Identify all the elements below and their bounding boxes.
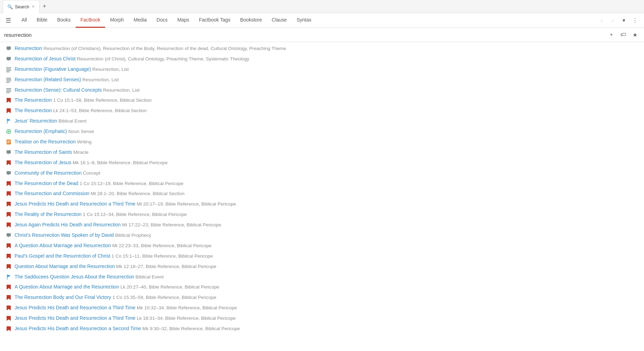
svg-rect-5 [6,79,11,80]
result-title[interactable]: The Resurrection and Commission [15,191,90,196]
result-title[interactable]: Resurrection (Related Senses) [15,77,81,82]
result-title[interactable]: Treatise on the Resurrection [15,139,76,144]
result-title[interactable]: A Question About Marriage and the Resurr… [15,284,119,290]
list-item[interactable]: A Question About Marriage and Resurrecti… [0,241,644,251]
list-item[interactable]: Resurrection Resurrection (of Christians… [0,43,644,54]
nav-tab-factbook-tags[interactable]: Factbook Tags [194,13,235,28]
list-item[interactable]: The Resurrection Lk 24:1–53, Bible Refer… [0,106,644,116]
svg-rect-2 [6,70,11,71]
svg-rect-19 [7,143,9,143]
forward-button[interactable]: › [608,16,618,25]
list-item[interactable]: Resurrection of Jesus Christ Resurrectio… [0,54,644,64]
nav-tab-bible[interactable]: Bible [32,13,52,28]
dropdown-button[interactable]: ▾ [619,16,629,25]
list-item[interactable]: Question About Marriage and the Resurrec… [0,261,644,272]
nav-tab-maps[interactable]: Maps [172,13,194,28]
result-title[interactable]: Jesus Again Predicts His Death and Resur… [15,222,121,227]
nav-tab-factbook[interactable]: Factbook [76,13,105,28]
svg-rect-6 [6,81,11,81]
nav-tab-morph[interactable]: Morph [105,13,129,28]
svg-rect-3 [6,72,10,72]
result-title[interactable]: Community of the Resurrection [15,170,82,176]
list-item[interactable]: The Resurrection and Commission Mt 28:1–… [0,189,644,199]
result-title[interactable]: Resurrection of Jesus Christ [15,56,76,61]
add-search-button[interactable]: + [607,30,616,40]
svg-marker-21 [8,275,11,277]
result-title[interactable]: Resurrection (Figurative Language) [15,66,91,72]
list-item[interactable]: Jesus Predicts His Death and Resurrectio… [0,313,644,324]
list-icon [6,77,12,83]
list-item[interactable]: Treatise on the Resurrection Writing [0,137,644,147]
list-item[interactable]: The Resurrection of Jesus Mk 16:1–8, Bib… [0,158,644,168]
result-title[interactable]: The Resurrection of Jesus [15,160,71,165]
list-item[interactable]: Jesus Predicts His Death and Resurrectio… [0,324,644,334]
result-title[interactable]: Question About Marriage and the Resurrec… [15,264,115,269]
result-title[interactable]: The Resurrection [15,97,52,103]
list-item[interactable]: Resurrection (Emphatic) Noun Sense [0,126,644,137]
result-title[interactable]: The Resurrection [15,108,52,113]
list-item[interactable]: Resurrection (Figurative Language) Resur… [0,64,644,75]
list-item[interactable]: Resurrection (Related Senses) Resurrecti… [0,75,644,85]
list-item[interactable]: Paul's Gospel and the Resurrection of Ch… [0,251,644,261]
result-title[interactable]: The Sadducees Question Jesus About the R… [15,274,134,279]
result-title[interactable]: Resurrection (Sense): Cultural Concepts [15,87,102,93]
result-title[interactable]: Jesus Predicts His Death and Resurrectio… [15,201,135,207]
list-item[interactable]: Jesus Predicts His Death and Resurrectio… [0,303,644,313]
search-input[interactable] [4,32,607,38]
star-button[interactable]: ★ [630,30,640,40]
tab-label: Search [15,4,29,9]
list-item[interactable]: Resurrection (Sense): Cultural Concepts … [0,85,644,95]
more-options-button[interactable]: ⋮ [630,16,640,25]
result-title[interactable]: The Resurrection of Saints [15,149,72,155]
tab-close-button[interactable]: × [31,3,35,10]
tag-button[interactable]: 🏷 [618,30,628,40]
result-meta: Writing [76,139,92,144]
result-title[interactable]: Jesus Predicts His Death and Resurrectio… [15,326,141,331]
noun-icon [6,128,12,135]
result-title[interactable]: Jesus Predicts His Death and Resurrectio… [15,315,135,321]
nav-tab-clause[interactable]: Clause [267,13,292,28]
result-title[interactable]: The Resurrection of the Dead [15,181,78,186]
list-item[interactable]: The Resurrection 1 Co 15:1–58, Bible Ref… [0,95,644,106]
result-meta: Biblical Event [57,118,87,124]
list-item[interactable]: The Resurrection of Saints Miracle [0,147,644,158]
list-item[interactable]: The Sadducees Question Jesus About the R… [0,272,644,282]
back-button[interactable]: ‹ [597,16,607,25]
result-title[interactable]: Jesus Predicts His Death and Resurrectio… [15,305,135,310]
bookmark-icon [6,108,12,114]
list-item[interactable]: The Resurrection of the Dead 1 Co 15:12–… [0,178,644,189]
result-title[interactable]: The Resurrection Body and Our Final Vict… [15,294,111,300]
list-item[interactable]: Jesus Again Predicts His Death and Resur… [0,220,644,230]
list-item[interactable]: Community of the Resurrection Concept [0,168,644,178]
bookmark-icon [6,211,12,218]
list-item[interactable]: The Resurrection Body and Our Final Vict… [0,292,644,303]
nav-tab-books[interactable]: Books [52,13,76,28]
bookmark-icon [6,97,12,103]
result-title[interactable]: Jesus' Resurrection [15,118,57,124]
result-title[interactable]: Resurrection (Emphatic) [15,128,67,134]
bookmark-icon [6,326,12,332]
result-title[interactable]: The Reality of the Resurrection [15,211,82,217]
new-tab-button[interactable]: + [40,2,49,11]
result-meta: Lk 18:31–34, Bible Reference, Biblical P… [135,316,236,321]
list-item[interactable]: Jesus Predicts His Death and Resurrectio… [0,199,644,209]
result-title[interactable]: Paul's Gospel and the Resurrection of Ch… [15,253,110,259]
nav-tab-docs[interactable]: Docs [152,13,172,28]
result-meta: 1 Co 15:12–19, Bible Reference, Biblical… [78,181,184,186]
svg-rect-7 [6,82,10,83]
result-title[interactable]: Resurrection [15,45,42,51]
result-meta: Noun Sense [67,129,94,134]
nav-tab-syntax[interactable]: Syntax [292,13,316,28]
nav-tab-all[interactable]: All [17,13,32,28]
search-tab[interactable]: 🔍 Search × [3,0,40,13]
list-item[interactable]: Jesus' Resurrection Biblical Event [0,116,644,126]
list-item[interactable]: A Question About Marriage and the Resurr… [0,282,644,292]
list-item[interactable]: Christ's Resurrection Was Spoken of by D… [0,230,644,241]
nav-tab-media[interactable]: Media [129,13,152,28]
result-title[interactable]: Christ's Resurrection Was Spoken of by D… [15,232,114,238]
svg-rect-8 [6,88,11,89]
result-title[interactable]: A Question About Marriage and Resurrecti… [15,243,111,248]
hamburger-menu-button[interactable]: ☰ [4,15,12,26]
nav-tab-bookstore[interactable]: Bookstore [235,13,267,28]
list-item[interactable]: The Reality of the Resurrection 1 Co 15:… [0,209,644,220]
